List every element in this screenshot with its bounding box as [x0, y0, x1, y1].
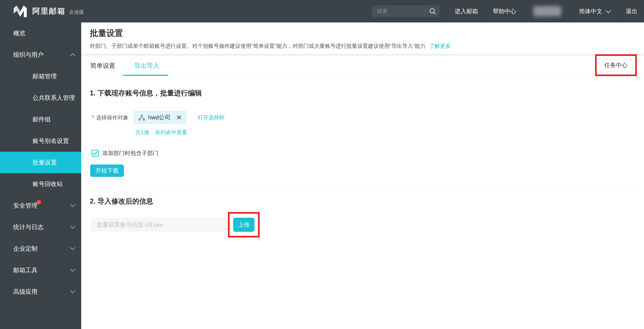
- sidebar-item-account-recycle-bin[interactable]: 账号回收站: [0, 173, 81, 195]
- checkmark-icon: [93, 151, 98, 155]
- sidebar-item-account-alias[interactable]: 账号别名设置: [0, 130, 81, 152]
- language-label: 简体中文: [579, 8, 602, 15]
- selection-summary-row: 共1项 在列表中查看: [135, 129, 635, 136]
- sidebar-item-label: 概览: [13, 29, 25, 37]
- sidebar-item-security[interactable]: 安全管理: [0, 195, 81, 216]
- sidebar-item-label: 高级应用: [13, 288, 38, 296]
- main-content: 批量设置 对部门、子部门或单个邮箱账号进行设置。对个别账号操作建议使用“简单设置…: [81, 22, 644, 329]
- sidebar-item-enterprise-custom[interactable]: 企业定制: [0, 238, 81, 260]
- sidebar-item-org-users[interactable]: 组织与用户: [0, 44, 81, 66]
- target-select-row: * 选择操作对象 hwd公司 ✕ 打开选择框: [90, 111, 635, 124]
- sidebar-item-overview[interactable]: 概览: [0, 22, 81, 44]
- chevron-down-icon: [70, 204, 76, 207]
- sidebar: 概览 组织与用户 邮箱管理 公共联系人管理 邮件组 账号别名设置 批量设置 账号…: [0, 22, 81, 329]
- org-structure-icon: [138, 114, 145, 121]
- topbar-right: 进入邮箱 帮助中心 简体中文 退出: [372, 0, 644, 22]
- start-download-button[interactable]: 开始下载: [90, 164, 124, 177]
- upload-row: 上传: [90, 212, 635, 238]
- page-description: 对部门、子部门或单个邮箱账号进行设置。对个别账号操作建议使用“简单设置”能力，对…: [90, 43, 644, 49]
- sidebar-item-label: 组织与用户: [13, 51, 44, 59]
- annotation-box-task-center: 任务中心: [595, 54, 637, 76]
- sidebar-item-stats-logs[interactable]: 统计与日志: [0, 216, 81, 238]
- account-name-item[interactable]: [524, 0, 571, 22]
- include-subdepts-row: 添加部门时包含子部门: [92, 150, 635, 157]
- sidebar-item-batch-settings[interactable]: 批量设置: [0, 152, 81, 173]
- download-section-heading: 1. 下载现存账号信息，批量进行编辑: [90, 76, 635, 98]
- sidebar-item-advanced-apps[interactable]: 高级应用: [0, 281, 81, 302]
- selection-count-link[interactable]: 共1项: [135, 129, 149, 136]
- alimail-logo-icon: [12, 4, 28, 18]
- include-subdepts-label: 添加部门时包含子部门: [102, 150, 158, 157]
- help-center-link[interactable]: 帮助中心: [485, 0, 524, 22]
- enter-mailbox-link[interactable]: 进入邮箱: [447, 0, 485, 22]
- batch-settings-card: 简单设置 导出导入 任务中心 1. 下载现存账号信息，批量进行编辑 * 选择操作…: [81, 56, 644, 238]
- sidebar-item-label: 账号回收站: [32, 180, 63, 188]
- remove-tag-icon[interactable]: ✕: [176, 114, 182, 121]
- section-separator: [81, 54, 644, 56]
- selected-org-name: hwd公司: [148, 114, 170, 122]
- page-header: 批量设置 对部门、子部门或单个邮箱账号进行设置。对个别账号操作建议使用“简单设置…: [81, 22, 644, 54]
- account-name-blurred: [534, 6, 561, 16]
- sidebar-item-label: 企业定制: [13, 244, 38, 253]
- chevron-down-icon: [606, 10, 611, 13]
- upload-button[interactable]: 上传: [233, 218, 254, 232]
- chevron-up-icon: [70, 53, 76, 56]
- sidebar-item-label: 邮件组: [32, 115, 51, 124]
- annotation-box-upload: 上传: [228, 212, 260, 238]
- search-area: [372, 0, 447, 22]
- sidebar-item-label: 批量设置: [32, 158, 57, 166]
- chevron-down-icon: [70, 290, 76, 293]
- view-in-list-link[interactable]: 在列表中查看: [155, 129, 187, 136]
- selected-org-tag[interactable]: hwd公司 ✕: [133, 111, 187, 124]
- include-subdepts-checkbox[interactable]: [92, 150, 99, 157]
- sidebar-item-mail-tools[interactable]: 邮箱工具: [0, 260, 81, 281]
- language-selector[interactable]: 简体中文: [571, 0, 619, 22]
- task-center-button[interactable]: 任务中心: [599, 59, 632, 71]
- target-select-label: 选择操作对象: [96, 114, 128, 121]
- search-input[interactable]: [376, 8, 429, 14]
- sidebar-item-mail-groups[interactable]: 邮件组: [0, 108, 81, 130]
- tab-simple-settings[interactable]: 简单设置: [90, 56, 116, 76]
- file-name-input[interactable]: [91, 218, 225, 232]
- sidebar-item-public-contacts[interactable]: 公共联系人管理: [0, 87, 81, 108]
- sidebar-item-label: 邮箱工具: [13, 266, 38, 274]
- sidebar-item-label: 统计与日志: [13, 223, 44, 231]
- tab-export-import[interactable]: 导出导入: [134, 56, 160, 76]
- logout-link[interactable]: 退出: [619, 0, 644, 22]
- page-title: 批量设置: [90, 22, 644, 38]
- sidebar-item-label: 账号别名设置: [32, 137, 69, 145]
- page-description-text: 对部门、子部门或单个邮箱账号进行设置。对个别账号操作建议使用“简单设置”能力，对…: [90, 43, 426, 49]
- search-box[interactable]: [372, 6, 440, 17]
- sidebar-item-label: 邮箱管理: [32, 72, 57, 80]
- import-section-heading: 2. 导入修改后的信息: [90, 186, 635, 206]
- chevron-down-icon: [70, 269, 76, 272]
- top-bar: 阿里邮箱 企业版 进入邮箱 帮助中心 简体中文 退出: [0, 0, 644, 22]
- brand-edition-badge: 企业版: [69, 9, 84, 16]
- notification-dot: [36, 200, 41, 204]
- brand-logo: 阿里邮箱 企业版: [0, 4, 84, 18]
- sidebar-item-mailbox-management[interactable]: 邮箱管理: [0, 66, 81, 87]
- learn-more-link[interactable]: 了解更多: [429, 43, 451, 49]
- download-section: 1. 下载现存账号信息，批量进行编辑 * 选择操作对象 hwd公司: [81, 76, 644, 238]
- chevron-down-icon: [70, 226, 76, 229]
- sidebar-item-label: 安全管理: [13, 202, 38, 210]
- chevron-down-icon: [70, 247, 76, 250]
- required-mark: *: [92, 114, 94, 121]
- tabs-row: 简单设置 导出导入 任务中心: [81, 56, 644, 76]
- open-selector-link[interactable]: 打开选择框: [198, 114, 224, 121]
- sidebar-item-label: 公共联系人管理: [32, 94, 75, 102]
- brand-name: 阿里邮箱: [32, 6, 66, 16]
- search-icon[interactable]: [429, 8, 436, 14]
